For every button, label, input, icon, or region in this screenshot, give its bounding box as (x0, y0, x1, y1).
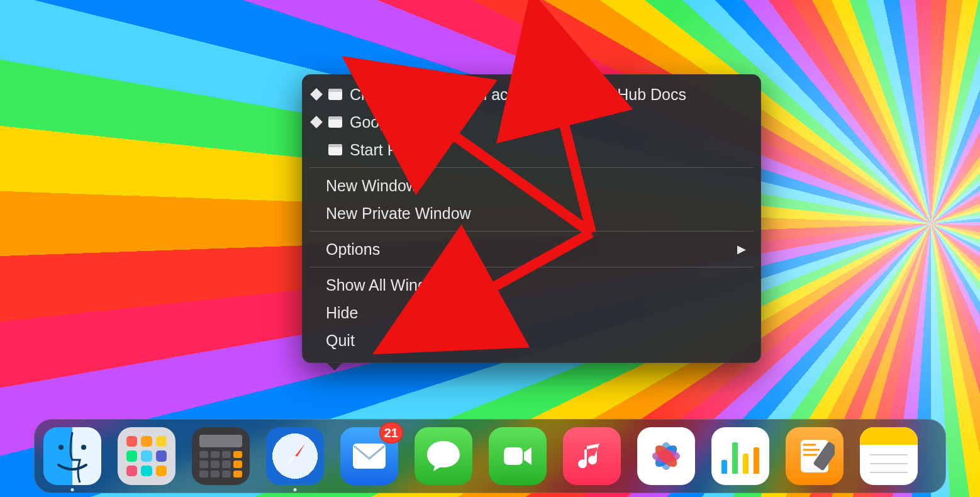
svg-rect-5 (353, 444, 386, 469)
dock-app-finder[interactable] (43, 427, 101, 485)
menu-item-label: New Private Window (326, 204, 746, 223)
menu-separator (309, 267, 754, 267)
menu-window-item[interactable]: Start Page (302, 136, 761, 164)
dock-app-safari[interactable] (266, 427, 324, 485)
badge-count: 21 (379, 422, 403, 444)
notes-icon (860, 427, 918, 485)
menu-new-window[interactable]: New Window (302, 172, 761, 199)
running-indicator (71, 488, 74, 491)
menu-item-label: Start Page (350, 141, 746, 159)
menu-hide[interactable]: Hide (302, 299, 761, 327)
svg-rect-6 (504, 447, 523, 465)
menu-item-label: Hide (326, 304, 746, 322)
menu-item-label: Google (350, 113, 746, 131)
facetime-icon (489, 427, 547, 485)
music-icon (563, 427, 621, 485)
dock-app-calculator[interactable] (192, 427, 250, 485)
window-icon (328, 116, 342, 128)
messages-icon (415, 427, 472, 485)
launchpad-grid (126, 436, 167, 476)
running-indicator (294, 488, 297, 491)
dock-app-numbers[interactable] (711, 427, 769, 485)
window-icon (328, 144, 342, 155)
svg-point-1 (81, 445, 86, 450)
safari-dock-context-menu: Creating a personal access token - GitHu… (302, 74, 761, 363)
menu-quit[interactable]: Quit (302, 327, 761, 354)
active-window-diamond-icon (310, 116, 323, 128)
dock-app-facetime[interactable] (489, 427, 547, 485)
spacer (310, 143, 323, 156)
submenu-arrow-icon: ▶ (737, 242, 746, 256)
calculator-icon (192, 427, 250, 485)
dock-app-mail[interactable]: 21 (340, 427, 398, 485)
launchpad-icon (118, 427, 175, 485)
menu-show-all-windows[interactable]: Show All Windows (302, 271, 761, 299)
menu-item-label: Show All Windows (326, 276, 746, 294)
numbers-icon (711, 427, 769, 485)
menu-item-label: Quit (326, 332, 746, 350)
menu-window-item[interactable]: Google (302, 108, 761, 136)
numbers-bars (721, 442, 759, 474)
active-window-diamond-icon (310, 88, 323, 101)
menu-options[interactable]: Options ▶ (302, 235, 761, 263)
pages-icon (786, 427, 844, 485)
menu-item-label: Options (326, 240, 730, 259)
photos-icon (637, 427, 695, 485)
finder-icon (43, 427, 101, 485)
window-icon (328, 89, 342, 100)
dock-app-music[interactable] (563, 427, 621, 485)
menu-item-label: New Window (326, 177, 746, 195)
dock-app-messages[interactable] (415, 427, 472, 485)
menu-separator (309, 231, 754, 232)
svg-point-0 (58, 445, 64, 450)
safari-icon (266, 427, 324, 485)
menu-new-private-window[interactable]: New Private Window (302, 199, 761, 227)
dock-app-photos[interactable] (637, 427, 695, 485)
menu-tail (327, 363, 342, 371)
dock-app-pages[interactable] (786, 427, 844, 485)
dock-app-launchpad[interactable] (118, 427, 175, 485)
menu-separator (309, 167, 754, 168)
menu-window-item[interactable]: Creating a personal access token - GitHu… (302, 81, 761, 108)
dock-app-notes[interactable] (860, 427, 918, 485)
menu-item-label: Creating a personal access token - GitHu… (350, 86, 746, 104)
dock: 21 (34, 419, 946, 493)
